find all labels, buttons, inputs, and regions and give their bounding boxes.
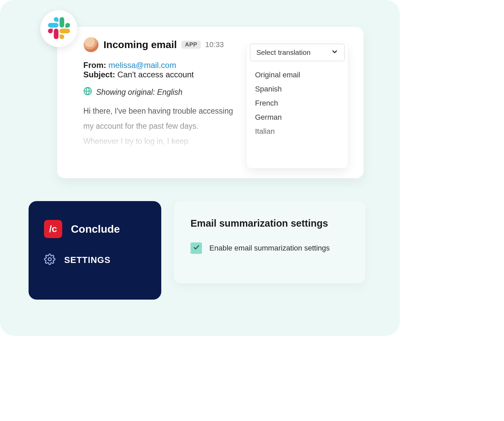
from-label: From:	[83, 61, 106, 70]
translation-option[interactable]: German	[254, 110, 341, 124]
message-timestamp: 10:33	[205, 40, 224, 49]
subject-label: Subject:	[83, 70, 115, 79]
conclude-brand-row[interactable]: /c Conclude	[44, 220, 146, 238]
conclude-settings-row[interactable]: SETTINGS	[44, 254, 146, 266]
translation-panel: Select translation Original email Spanis…	[247, 44, 348, 168]
settings-card-title: Email summarization settings	[191, 218, 348, 229]
translation-select-label: Select translation	[256, 48, 310, 56]
conclude-logo-icon: /c	[44, 220, 62, 238]
translation-option[interactable]: Spanish	[254, 82, 341, 96]
email-summarization-settings-card: Email summarization settings Enable emai…	[174, 201, 365, 283]
from-email-link[interactable]: melissa@mail.com	[109, 61, 176, 70]
email-body: Hi there, I've been having trouble acces…	[83, 104, 235, 149]
conclude-brand-name: Conclude	[71, 223, 120, 235]
check-icon	[193, 243, 200, 253]
sender-avatar	[83, 37, 99, 52]
subject-text: Can't access account	[117, 70, 194, 79]
enable-summarization-checkbox[interactable]	[191, 242, 202, 254]
translation-options-list: Original email Spanish French German Ita…	[247, 61, 348, 139]
slack-logo-badge	[40, 10, 77, 47]
message-title: Incoming email	[103, 39, 177, 50]
app-badge: APP	[181, 41, 200, 49]
conclude-card: /c Conclude SETTINGS	[29, 201, 161, 300]
translation-option[interactable]: Italian	[254, 124, 341, 139]
chevron-down-icon	[331, 48, 338, 57]
slack-icon	[48, 17, 70, 40]
globe-icon	[83, 87, 92, 98]
translation-option[interactable]: French	[254, 96, 341, 110]
svg-point-3	[48, 258, 51, 261]
enable-summarization-label: Enable email summarization settings	[209, 244, 330, 253]
translation-select[interactable]: Select translation	[250, 44, 345, 61]
settings-nav-label: SETTINGS	[64, 255, 111, 265]
showing-original-text: Showing original: English	[96, 88, 182, 97]
gear-icon	[44, 254, 55, 266]
translation-option[interactable]: Original email	[254, 68, 341, 82]
enable-summarization-row[interactable]: Enable email summarization settings	[191, 242, 348, 254]
